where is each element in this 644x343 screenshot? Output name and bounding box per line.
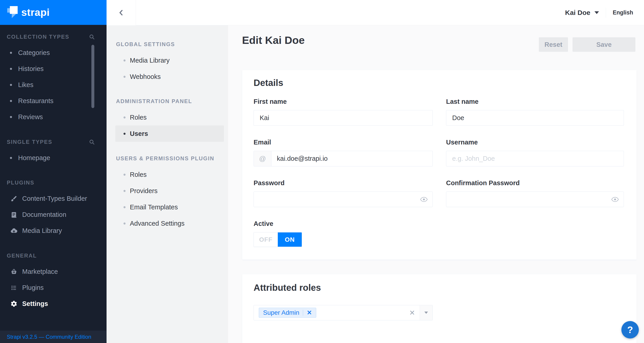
sidebar-item-label: Reviews (18, 113, 43, 121)
save-button[interactable]: Save (572, 37, 636, 52)
section-title-single-types: SINGLE TYPES (7, 139, 52, 145)
sidebar-item-likes[interactable]: Likes (0, 77, 106, 93)
first-name-label: First name (254, 97, 433, 106)
bullet-icon (124, 133, 126, 135)
remove-role-icon[interactable]: ✕ (307, 309, 312, 316)
sidebar-item-media-library[interactable]: Media Library (0, 223, 106, 239)
confirm-password-input[interactable] (446, 192, 624, 207)
strapi-logo-icon (7, 6, 18, 19)
settings-item-label: Webhooks (130, 73, 161, 80)
sidebar-item-restaurants[interactable]: Restaurants (0, 93, 106, 109)
settings-item-label: Roles (130, 171, 146, 178)
settings-item-label: Email Templates (130, 204, 178, 211)
bullet-icon (124, 116, 126, 118)
settings-menu: GLOBAL SETTINGS Media Library Webhooks A… (106, 25, 228, 343)
settings-item-label: Users (130, 130, 148, 137)
user-menu[interactable]: Kai Doe (565, 9, 599, 16)
attributed-roles-card: Attributed roles Super Admin ✕ ✕ (242, 274, 636, 343)
settings-item-label: Media Library (130, 57, 170, 64)
password-label: Password (254, 179, 433, 187)
sidebar-item-label: Likes (18, 81, 34, 89)
confirm-password-field-group: Confirmation Password (446, 179, 624, 207)
sidebar-item-histories[interactable]: Histories (0, 61, 106, 77)
eye-icon[interactable] (611, 197, 619, 202)
help-button[interactable]: ? (622, 321, 639, 339)
password-field-group: Password (254, 179, 433, 207)
settings-item-advanced-settings[interactable]: Advanced Settings (106, 215, 228, 232)
strapi-version-link[interactable]: Strapi v3.2.5 — Community Edition (7, 334, 92, 340)
settings-item-providers[interactable]: Providers (106, 183, 228, 199)
settings-item-webhooks[interactable]: Webhooks (106, 68, 228, 85)
toggle-on-option[interactable]: ON (278, 232, 302, 247)
reset-button[interactable]: Reset (539, 37, 568, 52)
brand-name: strapi (21, 6, 50, 18)
sidebar-item-documentation[interactable]: Documentation (0, 207, 106, 223)
sidebar-item-label: Histories (18, 65, 44, 73)
sidebar-item-reviews[interactable]: Reviews (0, 109, 106, 125)
divider (606, 8, 606, 18)
sidebar-item-label: Restaurants (18, 97, 54, 105)
toggle-off-option[interactable]: OFF (254, 232, 278, 247)
details-heading: Details (254, 78, 283, 88)
username-label: Username (446, 138, 624, 146)
top-bar: Kai Doe English (136, 0, 644, 25)
section-title-plugins: PLUGINS (7, 180, 34, 186)
locale-switcher[interactable]: English (613, 9, 633, 16)
clear-all-icon[interactable]: ✕ (409, 309, 415, 317)
sidebar-item-categories[interactable]: Categories (0, 45, 106, 61)
eye-icon[interactable] (420, 197, 428, 202)
first-name-input[interactable] (254, 110, 433, 126)
last-name-input[interactable] (446, 110, 624, 126)
settings-section-title: USERS & PERMISSIONS PLUGIN (106, 153, 228, 164)
password-input[interactable] (254, 192, 433, 207)
last-name-label: Last name (446, 97, 624, 106)
chevron-left-icon (118, 9, 125, 16)
first-name-field-group: First name (254, 97, 433, 126)
sidebar-scrollbar-thumb[interactable] (92, 45, 94, 108)
chevron-down-icon (594, 11, 599, 14)
search-icon[interactable] (89, 34, 95, 40)
settings-item-roles-up[interactable]: Roles (106, 166, 228, 183)
dropdown-caret-button[interactable] (420, 305, 432, 320)
cloud-upload-icon (10, 227, 18, 235)
settings-item-label: Roles (130, 114, 146, 121)
settings-section-users-permissions: USERS & PERMISSIONS PLUGIN Roles Provide… (106, 153, 228, 232)
settings-item-email-templates[interactable]: Email Templates (106, 199, 228, 215)
strapi-admin-window: strapi COLLECTION TYPES Categories Histo… (0, 0, 644, 343)
settings-section-title: ADMINISTRATION PANEL (106, 96, 228, 106)
page-title: Edit Kai Doe (242, 34, 305, 46)
at-sign-icon: @ (254, 151, 272, 166)
roles-multiselect[interactable]: Super Admin ✕ ✕ (254, 305, 433, 320)
email-field-group: Email @ (254, 138, 433, 166)
sidebar-section-general: GENERAL Marketplace Plugins (0, 251, 106, 312)
email-input[interactable] (272, 151, 432, 166)
main-sidebar: strapi COLLECTION TYPES Categories Histo… (0, 0, 106, 343)
settings-item-roles-admin[interactable]: Roles (106, 109, 228, 125)
sidebar-item-label: Plugins (22, 284, 44, 292)
sidebar-item-homepage[interactable]: Homepage (0, 150, 106, 166)
settings-item-label: Advanced Settings (130, 220, 184, 227)
sidebar-item-plugins[interactable]: Plugins (0, 280, 106, 296)
basket-icon (10, 268, 18, 276)
sidebar-section-plugins: PLUGINS Content-Types Builder Documentat… (0, 177, 106, 239)
section-title-general: GENERAL (7, 253, 37, 259)
sidebar-item-settings[interactable]: Settings (0, 296, 106, 312)
back-button[interactable] (106, 0, 136, 25)
sidebar-item-content-types-builder[interactable]: Content-Types Builder (0, 191, 106, 207)
search-icon[interactable] (89, 139, 95, 145)
settings-item-media-library[interactable]: Media Library (106, 52, 228, 68)
sidebar-item-marketplace[interactable]: Marketplace (0, 264, 106, 280)
settings-section-title: GLOBAL SETTINGS (106, 39, 228, 49)
strapi-logo[interactable]: strapi (0, 0, 106, 25)
active-toggle: OFF ON (254, 232, 302, 247)
sidebar-item-label: Homepage (18, 154, 50, 162)
sidebar-item-label: Documentation (22, 211, 66, 218)
paintbrush-icon (10, 195, 18, 203)
settings-item-users[interactable]: Users (115, 125, 224, 142)
sidebar-item-label: Marketplace (22, 268, 58, 275)
bullet-icon (124, 174, 126, 176)
username-input[interactable] (446, 151, 624, 166)
user-name: Kai Doe (565, 9, 590, 16)
last-name-field-group: Last name (446, 97, 624, 126)
bullet-icon (10, 52, 12, 54)
